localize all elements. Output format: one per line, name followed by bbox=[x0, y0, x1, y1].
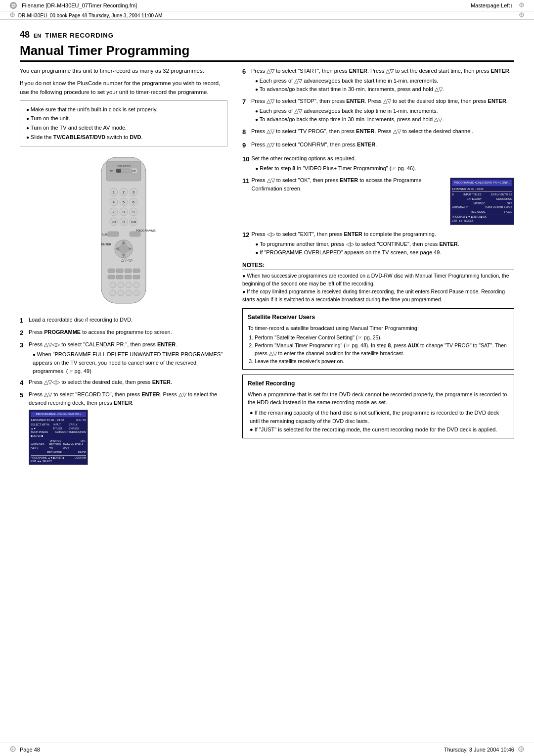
relief-box: Relief Recording When a programme that i… bbox=[242, 375, 514, 438]
notes-title: NOTES: bbox=[242, 261, 514, 271]
notes-section: NOTES: When two successive programmes ar… bbox=[242, 261, 514, 304]
step-6: 6 Press △▽ to select "START", then press… bbox=[242, 67, 514, 94]
list-item: If the remaining capacity of the hard di… bbox=[250, 409, 509, 425]
steps-left: 1 Load a recordable disc if recording to… bbox=[20, 316, 227, 467]
svg-rect-61 bbox=[116, 275, 123, 279]
list-item: Turn on the TV and select the AV mode. bbox=[26, 123, 221, 133]
step-text: Press △▽◁▷ to select the desired date, t… bbox=[29, 378, 227, 386]
svg-text:CLR: CLR bbox=[131, 221, 136, 224]
filename-label: Filename [DR-MH30EU_07Timer Recording.fm… bbox=[22, 2, 137, 8]
svg-point-70 bbox=[126, 290, 132, 296]
step-num: 4 bbox=[20, 378, 27, 388]
step-text: Press △▽ to select "RECORD TO", then pre… bbox=[29, 390, 227, 467]
sub-header-left: DR-MH30EU_00.book Page 48 Thursday, June… bbox=[10, 12, 162, 18]
step-num: 7 bbox=[242, 97, 249, 107]
list-item: If the copy limited programme is receive… bbox=[242, 288, 514, 304]
step-12: 12 Press ◁▷ to select "EXIT", then press… bbox=[242, 230, 514, 257]
remote-illustration: CABLE/DBS DVD TV 1 2 3 bbox=[20, 152, 227, 311]
prerequisites-box: Make sure that the unit's built-in clock… bbox=[20, 100, 227, 146]
intro-text-1: You can programme this unit to timer-rec… bbox=[20, 67, 227, 75]
svg-text:0: 0 bbox=[123, 220, 125, 224]
svg-text:1: 1 bbox=[113, 190, 115, 194]
screen-thumbnail-2: PROGRAMME ▪CALENDAR PR.▪ CONF... 14/05/W… bbox=[450, 178, 514, 225]
list-item: When two successive programmes are recor… bbox=[242, 272, 514, 288]
svg-rect-47 bbox=[130, 232, 140, 236]
svg-rect-57 bbox=[116, 269, 123, 273]
page-title: Manual Timer Programming bbox=[20, 43, 514, 62]
step-10: 10 Set the other recording options as re… bbox=[242, 154, 514, 173]
list-item: Each press of △▽ advances/goes back the … bbox=[255, 77, 514, 85]
step-2: 2 Press PROGRAMME to access the programm… bbox=[20, 328, 227, 338]
list-item: To advance/go back the start time in 30-… bbox=[255, 85, 514, 94]
svg-rect-56 bbox=[108, 269, 115, 273]
step-text: Load a recordable disc if recording to D… bbox=[29, 316, 227, 324]
svg-rect-63 bbox=[133, 275, 140, 279]
svg-point-50 bbox=[119, 244, 128, 253]
sub-header-text: DR-MH30EU_00.book Page 48 Thursday, June… bbox=[18, 13, 162, 18]
list-item: Turn on the unit. bbox=[26, 114, 221, 123]
svg-text:AUX: AUX bbox=[102, 233, 108, 236]
svg-point-66 bbox=[126, 282, 132, 288]
svg-text:6: 6 bbox=[133, 200, 134, 204]
svg-rect-59 bbox=[133, 269, 140, 273]
step-text: Press △▽ to select "TV PROG", then press… bbox=[251, 127, 514, 136]
prerequisites-list: Make sure that the unit's built-in clock… bbox=[26, 105, 221, 142]
step-num: 8 bbox=[242, 127, 249, 137]
steps-right: 6 Press △▽ to select "START", then press… bbox=[242, 67, 514, 438]
svg-rect-62 bbox=[125, 275, 132, 279]
step-num: 5 bbox=[20, 390, 27, 400]
list-item: To advance/go back the stop time in 30-m… bbox=[255, 115, 514, 124]
step-7: 7 Press △▽ to select "STOP", then press … bbox=[242, 97, 514, 124]
satellite-box: Satellite Receiver Users To timer-record… bbox=[242, 308, 514, 370]
notes-list: When two successive programmes are recor… bbox=[242, 272, 514, 303]
list-item: Perform "Manual Timer Programming" (☞ pg… bbox=[255, 342, 509, 358]
svg-text:2: 2 bbox=[123, 190, 125, 194]
step-num: 12 bbox=[242, 230, 249, 240]
satellite-box-steps: Perform "Satellite Receiver Control Sett… bbox=[255, 334, 509, 365]
step-9: 9 Press △▽ to select "CONFIRM", then pre… bbox=[242, 141, 514, 150]
svg-text:ENTER: ENTER bbox=[101, 243, 112, 246]
crosshair-icon-footer-right bbox=[518, 746, 524, 753]
svg-text:8: 8 bbox=[123, 210, 125, 214]
list-item: If "JUST" is selected for the recording … bbox=[250, 425, 509, 434]
step-text: Press △▽ to select "CONFIRM", then press… bbox=[251, 141, 514, 149]
list-item: Refer to step 8 in "VIDEO Plus+ Timer Pr… bbox=[255, 164, 514, 173]
list-item: When "PROGRAMME FULL DELETE UNWANTED TIM… bbox=[33, 350, 227, 376]
svg-point-69 bbox=[118, 290, 124, 296]
svg-text:TV: TV bbox=[110, 170, 113, 173]
page-footer: Page 48 Thursday, 3 June 2004 10:46 bbox=[0, 743, 534, 756]
section-title: TIMER RECORDING bbox=[45, 32, 114, 39]
step-num: 9 bbox=[242, 141, 249, 150]
page-number: 48 bbox=[20, 30, 30, 40]
svg-rect-46 bbox=[108, 232, 119, 236]
svg-point-68 bbox=[110, 290, 116, 296]
svg-text:3: 3 bbox=[133, 190, 134, 194]
right-column: 6 Press △▽ to select "START", then press… bbox=[242, 67, 514, 469]
svg-text:7: 7 bbox=[113, 210, 115, 214]
svg-rect-19 bbox=[116, 169, 121, 173]
step-11: 11 Press △▽ to select "OK", then press E… bbox=[242, 176, 514, 227]
crosshair-icon-sub-right bbox=[519, 12, 524, 18]
step-1: 1 Load a recordable disc if recording to… bbox=[20, 316, 227, 326]
crosshair-icon-sub-left bbox=[10, 13, 16, 18]
step-num: 1 bbox=[20, 316, 27, 326]
svg-text:4: 4 bbox=[113, 200, 115, 204]
list-item: Each press of △▽ advances/goes back the … bbox=[255, 107, 514, 115]
step-text: Press △▽◁▷ to select "CALENDAR PR.", the… bbox=[29, 340, 227, 376]
screen-thumbnail-1: PROGRAMME ▪CALENDAR PR.▪ 14/06/WED 22:30… bbox=[29, 410, 88, 465]
step-8: 8 Press △▽ to select "TV PROG", then pre… bbox=[242, 127, 514, 137]
step-3: 3 Press △▽◁▷ to select "CALENDAR PR.", t… bbox=[20, 340, 227, 376]
relief-box-title: Relief Recording bbox=[248, 379, 509, 388]
crosshair-icon-top-left bbox=[10, 2, 17, 9]
step-text: Press △▽ to select "STOP", then press EN… bbox=[251, 97, 514, 124]
list-item: To programme another timer, press ◁▷ to … bbox=[255, 240, 514, 248]
list-item: Leave the satellite receiver's power on. bbox=[255, 358, 509, 366]
svg-text:CABLE/DBS: CABLE/DBS bbox=[117, 165, 131, 168]
step-text: Press △▽ to select "START", then press E… bbox=[251, 67, 514, 94]
crosshair-icon-top-right bbox=[519, 2, 524, 8]
list-item: If "PROGRAMME OVERLAPPED" appears on the… bbox=[255, 248, 514, 257]
satellite-box-intro: To timer-record a satellite broadcast us… bbox=[248, 324, 509, 332]
step-5: 5 Press △▽ to select "RECORD TO", then p… bbox=[20, 390, 227, 467]
header-left: Filename [DR-MH30EU_07Timer Recording.fm… bbox=[10, 2, 137, 9]
relief-box-list: If the remaining capacity of the hard di… bbox=[248, 409, 509, 434]
